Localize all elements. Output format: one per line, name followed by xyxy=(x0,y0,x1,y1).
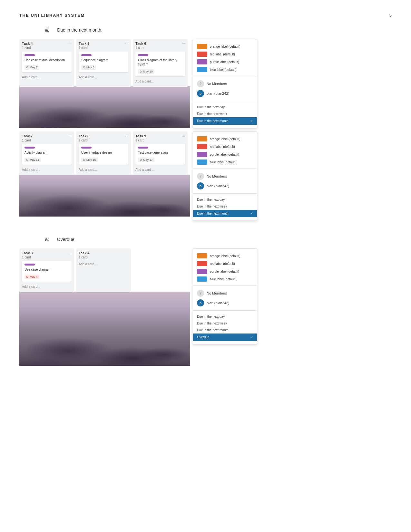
task-col-menu-6[interactable]: ··· xyxy=(182,42,185,45)
task-col-menu-3-ov[interactable]: ··· xyxy=(69,251,72,255)
task-col-menu-9[interactable]: ··· xyxy=(182,134,185,138)
task-col-4-ov: Task 4 1 card Add a card.... xyxy=(76,248,131,292)
filter-next-week-1[interactable]: Due in the next week xyxy=(193,111,257,117)
label-text-orange-ov: orange label (default) xyxy=(210,254,240,258)
task-col-title-4: Task 4 xyxy=(22,42,33,45)
add-card-7[interactable]: Add a card... xyxy=(22,167,72,173)
task-col-count-4-ov: 1 card xyxy=(79,256,128,259)
add-card-8[interactable]: Add a card... xyxy=(79,167,128,173)
page-number: 5 xyxy=(389,13,392,18)
avatar-question-2: ? xyxy=(197,173,204,180)
clock-icon-3-ov: ⊙ xyxy=(26,275,29,278)
filter-next-month-ov[interactable]: Due in the next month xyxy=(193,327,257,334)
task-col-menu-5[interactable]: ··· xyxy=(125,42,128,45)
label-swatch-orange-2 xyxy=(197,136,207,141)
filter-next-week-ov[interactable]: Due in the next week xyxy=(193,320,257,327)
label-option-purple-2[interactable]: purple label (default) xyxy=(193,150,257,158)
label-text-blue-ov: blue label (default) xyxy=(210,277,236,281)
label-option-blue-ov[interactable]: blue label (default) xyxy=(193,275,257,283)
task-col-menu-8[interactable]: ··· xyxy=(125,134,128,138)
label-option-blue-1[interactable]: blue label (default) xyxy=(193,66,257,73)
member-no-members-2[interactable]: ? No Members xyxy=(193,171,257,181)
divider-ov-b xyxy=(193,310,257,311)
task-col-menu-4[interactable]: ··· xyxy=(69,42,72,45)
label-text-red-ov: red label (default) xyxy=(210,262,235,266)
task-columns-top-2: Task 7 ··· 1 card Activity diagram ⊙ May… xyxy=(19,131,190,175)
filter-label-next-week-1: Due in the next week xyxy=(197,112,227,116)
task-col-5: Task 5 ··· 1 card Sequence diagram ⊙ May… xyxy=(76,39,131,87)
filter-label-overdue-ov: Overdue xyxy=(197,335,209,339)
label-option-purple-1[interactable]: purple label (default) xyxy=(193,58,257,66)
section-title-iii: Due in the next month. xyxy=(57,27,103,33)
label-text-orange-1: orange label (default) xyxy=(210,45,240,48)
dropdown-panel-overdue: orange label (default) red label (defaul… xyxy=(193,248,257,344)
label-option-orange-ov[interactable]: orange label (default) xyxy=(193,252,257,260)
filter-label-next-month-ov: Due in the next month xyxy=(197,328,229,332)
task-card-4[interactable]: Use case textual description ⊙ May 7 xyxy=(22,52,72,72)
label-option-red-1[interactable]: red label (default) xyxy=(193,50,257,58)
member-no-members-ov[interactable]: ? No Members xyxy=(193,288,257,298)
add-card-6[interactable]: Add a card... xyxy=(135,78,185,84)
label-swatch-red-1 xyxy=(197,52,207,57)
task-card-7[interactable]: Activity diagram ⊙ May 11 xyxy=(22,144,72,165)
board-row-overdue: Task 3 ··· 1 card Use case diagram ⊙ May… xyxy=(19,248,392,366)
add-card-3-ov[interactable]: Add a card... xyxy=(22,284,72,290)
board-columns-area-overdue: Task 3 ··· 1 card Use case diagram ⊙ May… xyxy=(19,248,190,366)
task-card-8[interactable]: User interface design ⊙ May 16 xyxy=(79,144,128,165)
page-title: THE UNI LIBRARY SYSTEM xyxy=(19,13,85,18)
task-col-title-4-ov: Task 4 xyxy=(79,251,89,255)
task-col-header-5: Task 5 ··· xyxy=(79,42,128,45)
member-text-plan-1: plan (plan242) xyxy=(207,92,229,95)
label-text-purple-2: purple label (default) xyxy=(210,153,239,156)
section-overdue: iv. Overdue. Task 3 ··· 1 card Use case … xyxy=(19,237,392,366)
filter-next-day-1[interactable]: Due in the next day xyxy=(193,104,257,111)
section-due-next-month: iii. Due in the next month. Task 4 ··· 1… xyxy=(19,27,392,221)
card-label-bar-8 xyxy=(81,147,92,149)
clock-icon-5: ⊙ xyxy=(83,66,85,69)
filter-next-week-2[interactable]: Due in the next week xyxy=(193,203,257,210)
task-col-menu-7[interactable]: ··· xyxy=(69,134,72,138)
filter-label-next-month-2: Due in the next month xyxy=(197,212,229,215)
member-no-members-1[interactable]: ? No Members xyxy=(193,79,257,89)
card-title-6: Class diagram of the library system xyxy=(138,58,182,66)
label-option-orange-1[interactable]: orange label (default) xyxy=(193,43,257,50)
card-title-5: Sequence diagram xyxy=(81,58,126,62)
task-card-6[interactable]: Class diagram of the library system ⊙ Ma… xyxy=(135,52,185,76)
filter-next-day-ov[interactable]: Due in the next day xyxy=(193,313,257,320)
member-plan-2[interactable]: p plan (plan242) xyxy=(193,181,257,191)
member-plan-1[interactable]: p plan (plan242) xyxy=(193,89,257,98)
label-option-red-2[interactable]: red label (default) xyxy=(193,143,257,150)
label-option-purple-ov[interactable]: purple label (default) xyxy=(193,267,257,275)
avatar-plan-1: p xyxy=(197,90,204,97)
member-text-plan-ov: plan (plan242) xyxy=(207,301,229,305)
card-title-9: Test case generation xyxy=(138,150,182,155)
task-col-count-4: 1 card xyxy=(22,46,72,50)
section-numeral-iii: iii. xyxy=(45,27,49,33)
filter-overdue-ov[interactable]: Overdue ✓ xyxy=(193,334,257,341)
label-swatch-blue-ov xyxy=(197,276,207,282)
filter-label-next-week-ov: Due in the next week xyxy=(197,322,227,325)
add-card-4-ov[interactable]: Add a card.... xyxy=(79,261,128,267)
label-option-orange-2[interactable]: orange label (default) xyxy=(193,135,257,143)
add-card-5[interactable]: Add a card... xyxy=(79,74,128,80)
label-text-orange-2: orange label (default) xyxy=(210,137,240,141)
task-col-title-9: Task 9 xyxy=(135,134,146,138)
task-columns-overdue: Task 3 ··· 1 card Use case diagram ⊙ May… xyxy=(19,248,190,292)
filter-next-month-1[interactable]: Due in the next month ✓ xyxy=(193,117,257,125)
task-card-9[interactable]: Test case generation ⊙ May 17 xyxy=(135,144,185,165)
add-card-9[interactable]: Add a card ... xyxy=(135,167,185,173)
add-card-4[interactable]: Add a card... xyxy=(22,74,72,80)
member-text-none-1: No Members xyxy=(207,82,227,86)
label-option-red-ov[interactable]: red label (default) xyxy=(193,260,257,267)
label-option-blue-2[interactable]: blue label (default) xyxy=(193,158,257,166)
cloud-bg-2 xyxy=(19,175,190,217)
filter-next-month-2[interactable]: Due in the next month ✓ xyxy=(193,210,257,217)
divider-2a xyxy=(193,169,257,169)
filter-next-day-2[interactable]: Due in the next day xyxy=(193,196,257,203)
task-card-5[interactable]: Sequence diagram ⊙ May 5 xyxy=(79,52,128,72)
member-plan-ov[interactable]: p plan (plan242) xyxy=(193,298,257,308)
dropdown-panel-2: orange label (default) red label (defaul… xyxy=(193,131,257,221)
divider-1a xyxy=(193,76,257,76)
task-col-8: Task 8 ··· 1 card User interface design … xyxy=(76,131,131,175)
task-card-3-ov[interactable]: Use case diagram ⊙ May 4 xyxy=(22,261,72,282)
